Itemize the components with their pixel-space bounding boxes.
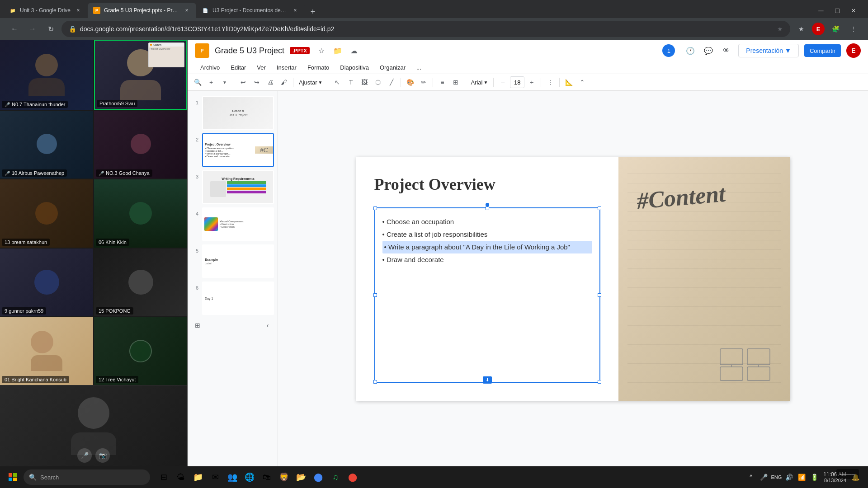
back-button[interactable]: ← [7,22,22,36]
presentation-button[interactable]: Presentación ▼ [738,44,799,57]
text-button[interactable]: T [344,76,357,89]
menu-insertar[interactable]: Insertar [271,61,302,74]
cursor-button[interactable]: ↖ [331,76,344,89]
ruler-button[interactable]: 📐 [562,76,575,89]
tab-close-2[interactable]: × [183,6,191,14]
comments-button[interactable]: 💬 [702,44,715,57]
menu-diapositiva[interactable]: Diapositiva [335,61,374,74]
toggle-mic-button[interactable]: 🎤 [77,448,92,463]
draw-button[interactable]: ✏ [417,76,430,89]
taskbar-brave-button[interactable]: 🦁 [276,469,292,485]
text-box[interactable]: • Choose an occupation • Create a list o… [374,207,600,383]
new-tab-button[interactable]: + [307,5,319,18]
image-button[interactable]: 🖼 [358,76,371,89]
forward-button[interactable]: → [25,22,40,36]
menu-organizar[interactable]: Organizar [374,61,411,74]
toggle-camera-button[interactable]: 📷 [95,448,110,463]
cloud-button[interactable]: ☁ [348,44,360,57]
volume-icon[interactable]: 🔊 [783,472,794,483]
grid-view-button[interactable]: ⊞ [191,319,204,332]
lines-button[interactable]: ╱ [385,76,398,89]
menu-archivo[interactable]: Archivo [195,61,225,74]
star-button[interactable]: ☆ [315,44,328,57]
language-indicator[interactable]: ENG [771,472,782,483]
collapse-panel-button[interactable]: ‹ [261,319,274,332]
url-bar[interactable]: 🔒 docs.google.com/presentation/d/1r613CO… [61,21,790,37]
paint-format-button[interactable]: 🖌 [278,76,290,89]
maximize-button[interactable]: □ [830,4,844,18]
taskbar-edge-button[interactable]: 🌐 [241,469,258,485]
slide-item-6[interactable]: 6 Day 1 [188,280,278,317]
tab-close-3[interactable]: × [291,6,299,14]
undo-button[interactable]: ↩ [237,76,250,89]
zoom-level-dropdown[interactable]: Ajustar ▼ [296,76,325,89]
font-dropdown[interactable]: Arial ▼ [468,76,491,89]
network-icon[interactable]: 📶 [796,472,807,483]
more-options-button[interactable]: ⋮ [544,76,557,89]
view-button[interactable]: 👁 [720,44,733,57]
font-size-decrease[interactable]: – [496,76,509,89]
taskbar-store-button[interactable]: 🛍 [259,469,275,485]
resize-handle-mr[interactable] [598,293,601,297]
minimize-button[interactable]: ─ [814,4,828,18]
zoom-dropdown-arrow[interactable]: ▼ [218,76,231,89]
slide-item-3[interactable]: 3 Writing Requirements [188,169,278,206]
taskbar-widgets-button[interactable]: 🌤 [173,469,189,485]
bookmark-button[interactable]: ★ [794,22,808,36]
share-button[interactable]: Compartir [804,44,841,57]
font-size-input[interactable] [510,76,524,88]
menu-ver[interactable]: Ver [251,61,271,74]
slide-item-2[interactable]: 2 Project Overview • Choose an occupatio… [188,131,278,169]
extensions-button[interactable]: 🧩 [828,22,843,36]
taskbar-email-button[interactable]: ✉ [207,469,223,485]
taskbar-search-bar[interactable]: 🔍 Search [24,469,150,485]
taskbar-explorer-button[interactable]: 📁 [190,469,206,485]
menu-editar[interactable]: Editar [225,61,251,74]
collapse-button[interactable]: ⌃ [576,76,589,89]
font-size-increase[interactable]: + [525,76,538,89]
tab-google-drive[interactable]: 📁 Unit 3 - Google Drive × [4,3,88,18]
taskbar-files-button[interactable]: 📂 [293,469,309,485]
resize-handle-bl[interactable] [373,380,377,384]
mic-sys-icon[interactable]: 🎤 [758,472,769,483]
svg-rect-6 [9,473,12,477]
reload-button[interactable]: ↻ [43,22,58,36]
redo-button[interactable]: ↪ [250,76,263,89]
slide-item-1[interactable]: 1 Grade 5 Unit 3 Project [188,94,278,131]
tab-docs[interactable]: 📄 U3 Project - Documentos de G... × [196,3,305,18]
shapes-button[interactable]: ⬡ [372,76,384,89]
taskbar-teams-button[interactable]: 👥 [224,469,241,485]
start-button[interactable] [4,469,22,485]
print-button[interactable]: 🖨 [264,76,277,89]
align-button[interactable]: ≡ [436,76,448,89]
history-button[interactable]: 🕐 [684,44,697,57]
chevron-up-icon[interactable]: ^ [745,472,756,483]
zoom-dropdown[interactable]: + [205,76,217,89]
table-button[interactable]: ⊞ [449,76,462,89]
close-browser-button[interactable]: × [846,4,861,18]
menu-formato[interactable]: Formato [302,61,335,74]
tab-close-1[interactable]: × [74,6,82,14]
user-avatar[interactable]: E [846,43,861,58]
slide-item-5[interactable]: 5 Example Label [188,243,278,280]
profile-button[interactable]: E [812,23,825,35]
slide-panel-nav: ⊞ ‹ [188,317,278,333]
tab-slides[interactable]: P Grade 5 U3 Project.pptx - Pres... × [88,3,196,18]
text-align-anchor[interactable]: ⬇ [483,376,492,384]
folder-button[interactable]: 📁 [331,44,344,57]
menu-more[interactable]: ... [411,61,427,74]
taskbar-spotify-button[interactable]: ♫ [327,469,344,485]
taskbar-view-button[interactable]: ⊟ [156,469,172,485]
background-button[interactable]: 🎨 [404,76,416,89]
search-toolbar-button[interactable]: 🔍 [191,76,204,89]
taskbar-chrome2-button[interactable]: ⬤ [344,469,361,485]
resize-handle-tr[interactable] [598,206,601,210]
battery-icon[interactable]: 🔋 [809,472,820,483]
resize-handle-ml[interactable] [373,293,377,297]
slide-item-4[interactable]: 4 Visual Component • Illustration • Deco… [188,206,278,243]
resize-handle-tc[interactable] [486,206,489,210]
settings-button[interactable]: ⋮ [846,22,861,36]
resize-handle-br[interactable] [598,380,601,384]
taskbar-chrome-button[interactable]: ⬤ [310,469,326,485]
resize-handle-tl[interactable] [373,206,377,210]
